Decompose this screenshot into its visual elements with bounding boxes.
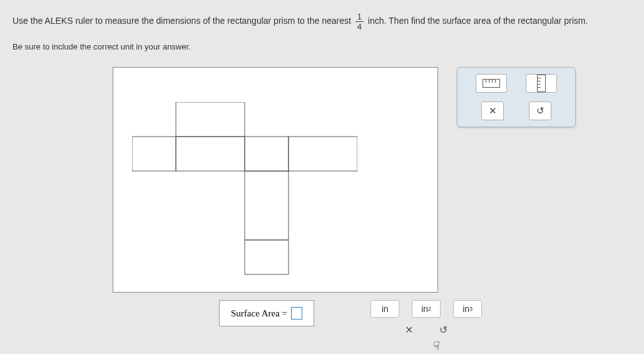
- horizontal-ruler-button[interactable]: [476, 74, 507, 93]
- reset-button[interactable]: ↺: [529, 102, 551, 120]
- surface-area-label: Surface Area =: [231, 308, 287, 319]
- ruler-tool-panel: ✕ ↺: [457, 67, 576, 127]
- unit-control-row: ✕ ↺: [371, 324, 482, 336]
- close-icon: ✕: [489, 105, 497, 117]
- unit-in-button[interactable]: in: [371, 300, 399, 318]
- prism-net: [132, 102, 357, 278]
- unit-in3-button[interactable]: in3: [453, 300, 482, 318]
- surface-area-input[interactable]: [291, 307, 302, 320]
- unit-panel: in in2 in3 ✕ ↺: [371, 300, 482, 336]
- main-row: ✕ ↺: [13, 67, 631, 293]
- cursor-hand-icon: ☟: [433, 339, 440, 353]
- instruction-part2: inch. Then find the surface area of the …: [368, 16, 588, 26]
- svg-rect-6: [245, 240, 289, 274]
- tool-control-row: ✕ ↺: [464, 102, 569, 120]
- unit-reset-button[interactable]: ↺: [436, 324, 451, 336]
- vertical-ruler-button[interactable]: [526, 74, 557, 93]
- unit-row: in in2 in3: [371, 300, 482, 318]
- svg-rect-3: [245, 137, 289, 171]
- instruction-part1: Use the ALEKS ruler to measure the dimen…: [13, 16, 351, 26]
- horizontal-ruler-icon: [483, 79, 500, 88]
- fraction-denominator: 4: [357, 22, 362, 31]
- answer-row: Surface Area = in in2 in3 ✕ ↺: [219, 300, 631, 336]
- svg-rect-1: [132, 137, 176, 171]
- svg-rect-0: [176, 102, 245, 137]
- vertical-ruler-icon: [537, 75, 546, 92]
- fraction-one-quarter: 1 4: [355, 13, 364, 31]
- svg-rect-2: [176, 137, 245, 171]
- svg-rect-4: [289, 137, 357, 171]
- clear-button[interactable]: ✕: [481, 102, 504, 120]
- fraction-numerator: 1: [355, 13, 364, 22]
- unit-in3-base: in: [463, 304, 469, 314]
- unit-clear-button[interactable]: ✕: [401, 324, 417, 336]
- ruler-row: [464, 74, 569, 93]
- unit-in3-sup: 3: [469, 306, 473, 312]
- unit-in-label: in: [382, 304, 389, 314]
- surface-area-box: Surface Area =: [219, 300, 314, 326]
- unit-in2-button[interactable]: in2: [412, 300, 441, 318]
- instruction-text: Use the ALEKS ruler to measure the dimen…: [13, 13, 631, 31]
- reset-icon: ↺: [536, 105, 544, 117]
- unit-in2-base: in: [421, 304, 428, 314]
- prism-canvas[interactable]: [113, 67, 438, 293]
- unit-note: Be sure to include the correct unit in y…: [13, 42, 631, 51]
- svg-rect-5: [245, 171, 289, 240]
- unit-in2-sup: 2: [428, 306, 431, 312]
